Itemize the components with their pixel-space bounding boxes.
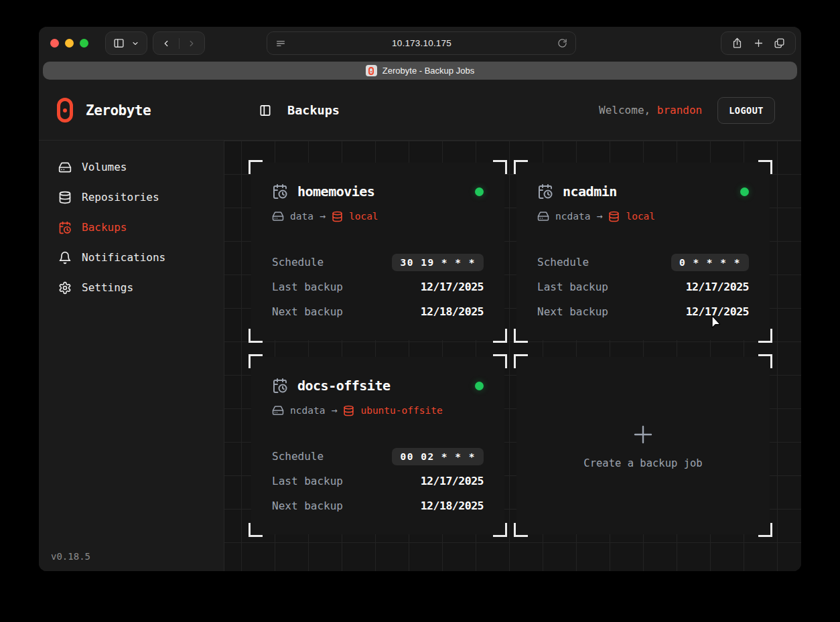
next-backup-label: Next backup [272, 499, 343, 512]
corner-bracket [249, 354, 263, 368]
source-volume: ncdata [555, 211, 590, 222]
status-healthy-dot [475, 382, 484, 390]
sidebar-item-settings[interactable]: Settings [39, 273, 224, 303]
share-icon[interactable] [731, 37, 743, 49]
gear-icon [58, 281, 72, 295]
address-bar[interactable]: 10.173.10.175 [267, 31, 576, 55]
corner-bracket [758, 329, 772, 343]
target-repository: local [349, 211, 378, 222]
sidebar-item-repositories[interactable]: Repositories [39, 182, 224, 212]
next-backup-date: 12/18/2025 [421, 305, 484, 318]
last-backup-label: Last backup [537, 281, 608, 293]
back-button[interactable] [161, 39, 171, 48]
job-name: ncadmin [563, 183, 617, 200]
close-window-button[interactable] [50, 39, 59, 48]
minimize-window-button[interactable] [65, 39, 74, 48]
zoom-window-button[interactable] [80, 39, 88, 48]
sidebar-item-backups[interactable]: Backups [39, 212, 224, 242]
browser-tab[interactable]: Zerobyte - Backup Jobs [43, 62, 797, 80]
backup-card-ncadmin[interactable]: ncadmin ncdata → local Schedule0 * * * * [516, 163, 770, 340]
sidebar: Volumes Repositories Backu [39, 141, 224, 571]
page-title: Backups [287, 103, 340, 117]
logout-button[interactable]: LOGOUT [717, 97, 775, 124]
corner-bracket [514, 160, 528, 174]
next-backup-label: Next backup [272, 305, 343, 318]
app-header: Zerobyte Backups Welcome, brandon LOGOUT [39, 80, 801, 141]
job-name: homemovies [297, 183, 374, 200]
next-backup-date: 12/18/2025 [421, 499, 484, 512]
corner-bracket [493, 329, 507, 343]
sidebar-item-label: Settings [82, 281, 133, 294]
calendar-clock-icon [272, 183, 288, 200]
backup-card-docs-offsite[interactable]: docs-offsite ncdata → ubuntu-offsite Sch… [251, 357, 504, 534]
hard-drive-icon [58, 161, 72, 174]
source-volume: ncdata [290, 405, 325, 416]
arrow-right-icon: → [320, 210, 326, 222]
database-icon [343, 405, 354, 416]
zerobyte-logo-icon [57, 98, 73, 123]
status-healthy-dot [475, 187, 484, 196]
corner-bracket [249, 160, 263, 174]
page-settings-icon[interactable] [275, 38, 286, 49]
reload-icon[interactable] [557, 38, 567, 48]
hard-drive-icon [537, 210, 549, 222]
panel-left-icon[interactable] [259, 104, 272, 117]
job-name: docs-offsite [297, 378, 391, 394]
sidebar-item-notifications[interactable]: Notifications [39, 242, 224, 273]
mouse-cursor [709, 315, 723, 329]
new-tab-icon[interactable] [753, 37, 764, 49]
create-backup-label: Create a backup job [583, 457, 702, 469]
backup-card-homemovies[interactable]: homemovies data → local Schedule30 19 * … [251, 163, 504, 340]
corner-bracket [249, 523, 263, 537]
desktop: 10.173.10.175 Zerobyte - Backup J [0, 0, 840, 622]
corner-bracket [493, 160, 507, 174]
cron-schedule: 0 * * * * [671, 254, 749, 271]
hard-drive-icon [272, 210, 284, 222]
sidebar-item-volumes[interactable]: Volumes [39, 152, 224, 182]
zerobyte-favicon [366, 65, 377, 76]
last-backup-label: Last backup [272, 281, 343, 293]
browser-sidebar-icon[interactable] [113, 37, 125, 49]
arrow-right-icon: → [331, 404, 337, 416]
chevron-down-icon[interactable] [131, 40, 139, 48]
cron-schedule: 30 19 * * * [392, 254, 484, 271]
browser-sidebar-controls [105, 31, 147, 55]
arrow-right-icon: → [596, 210, 602, 222]
last-backup-date: 12/17/2025 [686, 281, 749, 293]
schedule-label: Schedule [537, 256, 589, 268]
cron-schedule: 00 02 * * * [392, 448, 484, 465]
target-repository: local [626, 211, 655, 222]
app-content: Volumes Repositories Backu [39, 141, 801, 571]
backups-grid: homemovies data → local Schedule30 19 * … [224, 141, 801, 571]
database-icon [608, 211, 620, 222]
create-backup-button[interactable]: Create a backup job [516, 357, 770, 534]
calendar-clock-icon [58, 221, 72, 234]
tab-overview-icon[interactable] [774, 37, 785, 49]
status-healthy-dot [740, 187, 749, 196]
hard-drive-icon [272, 404, 284, 416]
next-backup-label: Next backup [537, 305, 608, 318]
url-text[interactable]: 10.173.10.175 [286, 38, 557, 48]
corner-bracket [514, 329, 528, 343]
page-title-group: Backups [259, 80, 340, 141]
create-backup-card[interactable]: Create a backup job [516, 357, 770, 534]
schedule-label: Schedule [272, 256, 324, 268]
database-icon [332, 211, 343, 222]
sidebar-item-label: Repositories [82, 191, 159, 204]
source-volume: data [290, 211, 313, 222]
brand-name: Zerobyte [86, 102, 151, 119]
app-version: v0.18.5 [51, 551, 90, 562]
last-backup-date: 12/17/2025 [421, 475, 484, 487]
browser-toolbar: 10.173.10.175 [39, 27, 801, 59]
header-right: Welcome, brandon LOGOUT [599, 80, 775, 141]
plus-icon [631, 422, 655, 447]
calendar-clock-icon [272, 378, 288, 394]
calendar-clock-icon [537, 183, 553, 200]
target-repository: ubuntu-offsite [360, 405, 442, 416]
schedule-label: Schedule [272, 450, 324, 463]
welcome-text: Welcome, brandon [599, 104, 702, 116]
forward-button[interactable] [187, 39, 196, 48]
corner-bracket [493, 523, 507, 537]
sidebar-item-label: Volumes [82, 161, 127, 173]
last-backup-label: Last backup [272, 475, 343, 487]
